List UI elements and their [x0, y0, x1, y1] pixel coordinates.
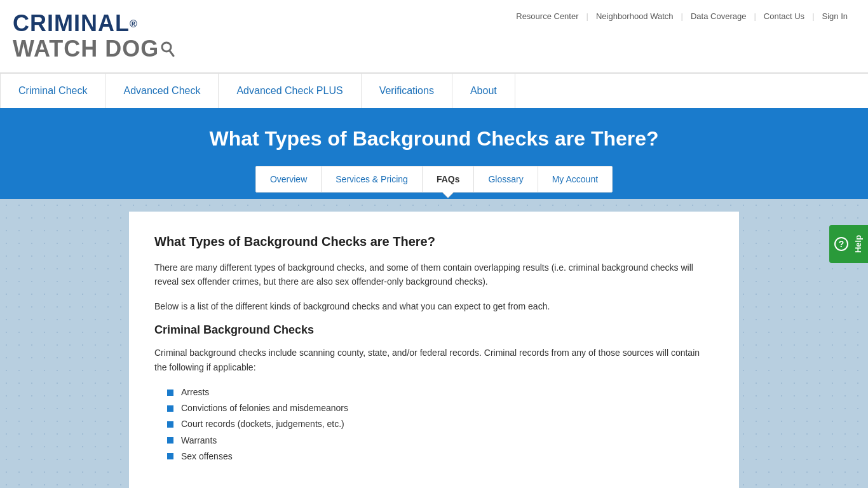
sub-tab-glossary[interactable]: Glossary	[474, 166, 538, 192]
list-item: Arrests	[167, 384, 714, 400]
nav-verifications[interactable]: Verifications	[362, 74, 452, 108]
nav-about[interactable]: About	[452, 74, 515, 108]
top-nav-data-coverage[interactable]: Data Coverage	[683, 11, 754, 21]
logo-registered: ®	[130, 18, 137, 29]
section-heading-criminal: Criminal Background Checks	[154, 323, 714, 337]
nav-advanced-check-plus[interactable]: Advanced Check PLUS	[219, 74, 361, 108]
list-item-label: Court records (dockets, judgements, etc.…	[181, 416, 344, 432]
logo-magnifier-icon	[161, 41, 175, 59]
top-navigation: Resource Center | Neighborhood Watch | D…	[508, 0, 855, 21]
logo-criminal-text: CRIMINAL	[13, 10, 130, 36]
help-tab-icon: ?	[834, 237, 848, 251]
top-nav-sign-in[interactable]: Sign In	[815, 11, 855, 21]
list-item: Warrants	[167, 433, 714, 449]
site-header: CRIMINAL® WATCH DOG Resource Center | Ne…	[0, 0, 868, 73]
list-item: Convictions of felonies and misdemeanors	[167, 400, 714, 416]
sub-tab-faqs[interactable]: FAQs	[423, 166, 475, 192]
help-tab[interactable]: Help ?	[829, 225, 868, 263]
banner-title: What Types of Background Checks are Ther…	[13, 127, 855, 151]
list-item: Sex offenses	[167, 449, 714, 464]
help-tab-label: Help	[853, 235, 863, 253]
list-item-label: Warrants	[181, 433, 217, 449]
nav-criminal-check[interactable]: Criminal Check	[0, 74, 105, 108]
page-banner: What Types of Background Checks are Ther…	[0, 108, 868, 199]
list-item: Court records (dockets, judgements, etc.…	[167, 416, 714, 432]
logo-watchdog-text: WATCH DOG	[13, 36, 159, 62]
content-wrapper: What Types of Background Checks are Ther…	[0, 199, 868, 488]
bullet-icon	[167, 390, 173, 396]
logo-criminal-line: CRIMINAL®	[13, 11, 175, 36]
list-item-label: Sex offenses	[181, 449, 233, 464]
sub-tab-services-pricing[interactable]: Services & Pricing	[322, 166, 423, 192]
svg-line-1	[170, 51, 173, 56]
bullet-icon	[167, 421, 173, 428]
logo: CRIMINAL® WATCH DOG	[13, 11, 175, 61]
content-heading: What Types of Background Checks are Ther…	[154, 234, 714, 249]
banner-bottom-space	[13, 193, 855, 199]
top-nav-contact-us[interactable]: Contact Us	[756, 11, 812, 21]
list-item-label: Convictions of felonies and misdemeanors	[181, 400, 348, 416]
sub-tab-my-account[interactable]: My Account	[538, 166, 612, 192]
list-item-label: Arrests	[181, 384, 209, 400]
content-box: What Types of Background Checks are Ther…	[129, 212, 739, 488]
logo-watchdog-line: WATCH DOG	[13, 36, 175, 62]
sub-tabs-bar: Overview Services & Pricing FAQs Glossar…	[255, 166, 613, 193]
top-nav-neighborhood-watch[interactable]: Neighborhood Watch	[588, 11, 681, 21]
criminal-checks-list: Arrests Convictions of felonies and misd…	[154, 384, 714, 464]
top-nav-resource-center[interactable]: Resource Center	[508, 11, 586, 21]
sub-tab-overview[interactable]: Overview	[256, 166, 322, 192]
section-para-criminal: Criminal background checks include scann…	[154, 346, 714, 374]
bullet-icon	[167, 437, 173, 444]
bullet-icon	[167, 453, 173, 459]
content-intro-para2: Below is a list of the different kinds o…	[154, 299, 714, 313]
content-intro-para1: There are many different types of backgr…	[154, 261, 714, 289]
nav-advanced-check[interactable]: Advanced Check	[105, 74, 219, 108]
main-navigation: Criminal Check Advanced Check Advanced C…	[0, 73, 868, 108]
bullet-icon	[167, 405, 173, 412]
logo-area: CRIMINAL® WATCH DOG	[13, 11, 175, 61]
